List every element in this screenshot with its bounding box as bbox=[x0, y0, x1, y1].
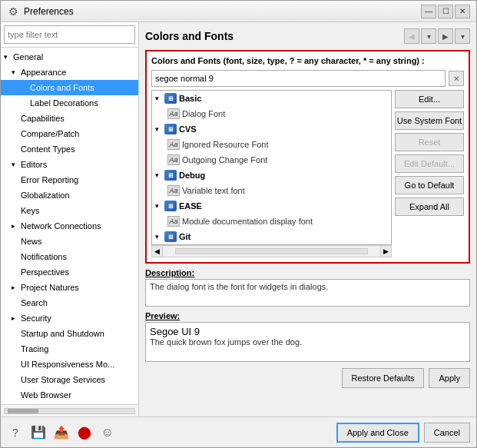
font-tree-item-git[interactable]: ▾⊞Git bbox=[152, 229, 391, 244]
go-to-default-button[interactable]: Go to Default bbox=[395, 176, 464, 194]
sidebar-item-startup-and-shutdown[interactable]: Startup and Shutdown bbox=[1, 326, 138, 341]
edit-default-button[interactable]: Edit Default... bbox=[395, 154, 464, 173]
tree-arrow-editors: ▾ bbox=[12, 161, 21, 168]
font-tree-item-ignored-resource-font[interactable]: AaIgnored Resource Font bbox=[152, 137, 391, 152]
font-tree-item-basic[interactable]: ▾⊞Basic bbox=[152, 91, 391, 106]
font-tree-item-cvs[interactable]: ▾⊞CVS bbox=[152, 121, 391, 137]
font-item-icon-ignored-resource-font: Aa bbox=[167, 139, 180, 150]
bottom-icon-area: ? 💾 📤 ⬤ ☺ bbox=[7, 424, 332, 441]
sidebar-item-appearance[interactable]: ▾Appearance bbox=[1, 65, 138, 80]
font-tree[interactable]: ▾⊞BasicAaDialog Font▾⊞CVSAaIgnored Resou… bbox=[151, 90, 392, 245]
record-icon[interactable]: ⬤ bbox=[76, 424, 93, 441]
sidebar-item-user-storage-services[interactable]: User Storage Services bbox=[1, 372, 138, 387]
expand-all-button[interactable]: Expand All bbox=[395, 197, 464, 216]
font-item-label-variable-text-font: Variable text font bbox=[182, 186, 245, 195]
sidebar-item-label-globalization: Globalization bbox=[21, 191, 70, 200]
apply-button[interactable]: Apply bbox=[429, 368, 470, 388]
reset-button[interactable]: Reset bbox=[395, 133, 464, 151]
sidebar-item-news[interactable]: News bbox=[1, 234, 138, 249]
nav-forward-button[interactable]: ▶ bbox=[438, 28, 453, 44]
sidebar-item-search[interactable]: Search bbox=[1, 295, 138, 310]
nav-back-button[interactable]: ◀ bbox=[404, 28, 419, 44]
close-button[interactable]: ✕ bbox=[455, 5, 470, 18]
font-group-label-ease: EASE bbox=[179, 201, 202, 211]
font-item-icon-outgoing-change-font: Aa bbox=[167, 154, 180, 165]
export-icon[interactable]: 📤 bbox=[53, 424, 70, 441]
apply-and-close-button[interactable]: Apply and Close bbox=[336, 423, 419, 443]
help-icon[interactable]: ? bbox=[7, 424, 24, 441]
sidebar-item-project-natures[interactable]: ▸Project Natures bbox=[1, 280, 138, 295]
clear-search-button[interactable]: ✕ bbox=[449, 71, 464, 86]
description-box: The dialog font is the font for widgets … bbox=[145, 279, 470, 307]
hscroll-right-arrow[interactable]: ▶ bbox=[380, 246, 391, 257]
use-system-font-button[interactable]: Use System Font bbox=[395, 111, 464, 130]
filter-input-wrap bbox=[1, 22, 138, 48]
font-tree-item-debug[interactable]: ▾⊞Debug bbox=[152, 168, 391, 183]
left-panel: ▾General▾Appearance Colors and Fonts Lab… bbox=[1, 22, 139, 416]
cancel-button[interactable]: Cancel bbox=[424, 423, 470, 443]
font-tree-item-module-doc-font[interactable]: AaModule documentation display font bbox=[152, 214, 391, 229]
filter-input[interactable] bbox=[4, 25, 135, 44]
sidebar-item-keys[interactable]: Keys bbox=[1, 203, 138, 218]
tree-arrow-network-connections: ▸ bbox=[12, 222, 21, 230]
font-tree-item-dialog-font[interactable]: AaDialog Font bbox=[152, 106, 391, 121]
minimize-button[interactable]: — bbox=[421, 5, 436, 18]
sidebar-item-label-network-connections: Network Connections bbox=[21, 221, 101, 231]
font-group-icon-git: ⊞ bbox=[164, 231, 177, 242]
sidebar-item-perspectives[interactable]: Perspectives bbox=[1, 264, 138, 280]
sidebar-item-globalization[interactable]: Globalization bbox=[1, 187, 138, 203]
sidebar-item-colors-and-fonts[interactable]: Colors and Fonts bbox=[1, 80, 138, 95]
sidebar-item-security[interactable]: ▸Security bbox=[1, 310, 138, 326]
sidebar-item-label-decorations[interactable]: Label Decorations bbox=[1, 95, 138, 111]
sidebar-item-network-connections[interactable]: ▸Network Connections bbox=[1, 218, 138, 234]
maximize-button[interactable]: ☐ bbox=[438, 5, 453, 18]
nav-dropdown-button[interactable]: ▾ bbox=[421, 28, 436, 44]
sidebar-item-capabilities[interactable]: Capabilities bbox=[1, 111, 138, 126]
font-tree-item-ease[interactable]: ▾⊞EASE bbox=[152, 198, 391, 214]
save-icon[interactable]: 💾 bbox=[30, 424, 47, 441]
font-item-label-ignored-resource-font: Ignored Resource Font bbox=[182, 140, 269, 149]
font-search-input[interactable] bbox=[151, 70, 446, 87]
sidebar-item-error-reporting[interactable]: Error Reporting bbox=[1, 172, 138, 187]
font-group-label-debug: Debug bbox=[179, 171, 205, 180]
font-tree-item-outgoing-change-font[interactable]: AaOutgoing Change Font bbox=[152, 152, 391, 168]
search-row: ✕ bbox=[151, 70, 464, 87]
main-content: ▾General▾Appearance Colors and Fonts Lab… bbox=[1, 22, 476, 416]
sidebar-item-web-browser[interactable]: Web Browser bbox=[1, 387, 138, 403]
sidebar-item-notifications[interactable]: Notifications bbox=[1, 249, 138, 264]
right-panel: Colors and Fonts ◀ ▾ ▶ ▾ Colors and Font… bbox=[139, 22, 476, 416]
description-label: Description: bbox=[145, 268, 470, 277]
panel-title: Colors and Fonts bbox=[145, 30, 234, 42]
font-item-label-outgoing-change-font: Outgoing Change Font bbox=[182, 155, 267, 164]
font-group-icon-basic: ⊞ bbox=[164, 93, 177, 104]
tree-arrow-general: ▾ bbox=[4, 53, 13, 61]
sidebar-item-label-label-decorations: Label Decorations bbox=[30, 98, 98, 108]
font-item-icon-variable-text-font: Aa bbox=[167, 185, 180, 196]
person-icon[interactable]: ☺ bbox=[99, 424, 116, 441]
font-group-label-git: Git bbox=[179, 232, 190, 241]
sidebar-item-label-project-natures: Project Natures bbox=[21, 283, 79, 292]
nav-forward-dropdown-button[interactable]: ▾ bbox=[455, 28, 470, 44]
font-item-icon-module-doc-font: Aa bbox=[167, 216, 180, 227]
font-tree-item-variable-text-font[interactable]: AaVariable text font bbox=[152, 183, 391, 198]
hscroll-left-arrow[interactable]: ◀ bbox=[152, 246, 163, 257]
font-tree-arrow-debug: ▾ bbox=[155, 171, 164, 179]
title-bar: ⚙ Preferences — ☐ ✕ bbox=[1, 1, 476, 22]
font-tree-hscrollbar[interactable]: ◀ ▶ bbox=[151, 245, 392, 257]
preview-font-name: Segoe UI 9 bbox=[150, 326, 465, 337]
edit-button[interactable]: Edit... bbox=[395, 90, 464, 108]
font-item-icon-dialog-font: Aa bbox=[167, 108, 180, 119]
sidebar-item-editors[interactable]: ▾Editors bbox=[1, 157, 138, 172]
font-tree-arrow-cvs: ▾ bbox=[155, 125, 164, 133]
sidebar-item-ui-responsiveness[interactable]: UI Responsiveness Mo... bbox=[1, 357, 138, 372]
sidebar-item-label-capabilities: Capabilities bbox=[21, 114, 65, 123]
font-item-label-dialog-font: Dialog Font bbox=[182, 109, 225, 118]
sidebar-item-label-notifications: Notifications bbox=[21, 252, 67, 261]
sidebar-item-general[interactable]: ▾General bbox=[1, 49, 138, 65]
left-hscrollbar[interactable] bbox=[4, 408, 135, 414]
left-bottom-scrollbar bbox=[1, 404, 138, 416]
sidebar-item-content-types[interactable]: Content Types bbox=[1, 141, 138, 157]
sidebar-item-tracing[interactable]: Tracing bbox=[1, 341, 138, 357]
restore-defaults-button[interactable]: Restore Defaults bbox=[342, 368, 425, 388]
sidebar-item-compare-patch[interactable]: Compare/Patch bbox=[1, 126, 138, 141]
